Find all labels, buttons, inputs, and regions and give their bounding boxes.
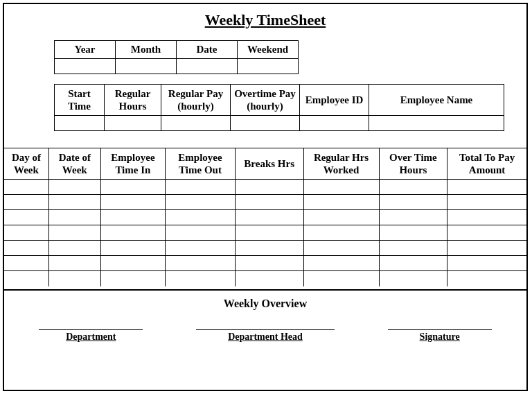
cell[interactable] xyxy=(447,241,526,256)
employee-info-table: Start Time Regular Hours Regular Pay (ho… xyxy=(54,84,504,131)
header-month: Month xyxy=(116,41,177,59)
cell[interactable] xyxy=(48,256,100,271)
cell[interactable] xyxy=(100,195,165,210)
cell[interactable] xyxy=(235,225,303,241)
cell[interactable] xyxy=(4,256,48,271)
cell[interactable] xyxy=(166,256,236,271)
cell[interactable] xyxy=(447,256,526,271)
header-employee-id: Employee ID xyxy=(300,85,369,116)
cell[interactable] xyxy=(166,195,236,210)
header-weekend: Weekend xyxy=(238,41,299,59)
header-year: Year xyxy=(55,41,116,59)
cell[interactable] xyxy=(48,241,100,256)
cell[interactable] xyxy=(379,256,447,271)
cell[interactable] xyxy=(48,225,100,241)
value-weekend[interactable] xyxy=(238,59,299,74)
col-breaks: Breaks Hrs xyxy=(235,148,303,180)
col-time-out: Employee Time Out xyxy=(166,148,236,180)
header-regular-pay: Regular Pay (hourly) xyxy=(161,85,231,116)
cell[interactable] xyxy=(379,271,447,286)
cell[interactable] xyxy=(447,210,526,225)
table-row xyxy=(4,241,526,256)
cell[interactable] xyxy=(48,195,100,210)
cell[interactable] xyxy=(100,271,165,286)
cell[interactable] xyxy=(447,195,526,210)
cell[interactable] xyxy=(100,225,165,241)
footer-section: Weekly Overview Department Department He… xyxy=(4,289,526,348)
header-regular-hours: Regular Hours xyxy=(105,85,161,116)
header-tables-section: Year Month Date Weekend Start Time Regul… xyxy=(4,40,526,131)
value-year[interactable] xyxy=(55,59,116,74)
cell[interactable] xyxy=(303,210,379,225)
cell[interactable] xyxy=(100,256,165,271)
cell[interactable] xyxy=(166,210,236,225)
cell[interactable] xyxy=(4,271,48,286)
value-employee-name[interactable] xyxy=(369,116,504,131)
cell[interactable] xyxy=(48,210,100,225)
timesheet-form: Weekly TimeSheet Year Month Date Weekend… xyxy=(3,3,528,391)
signature-department[interactable]: Department xyxy=(39,329,143,343)
value-date[interactable] xyxy=(177,59,238,74)
cell[interactable] xyxy=(379,241,447,256)
cell[interactable] xyxy=(4,195,48,210)
cell[interactable] xyxy=(379,180,447,195)
value-regular-pay[interactable] xyxy=(161,116,231,131)
table-row xyxy=(4,256,526,271)
header-start-time: Start Time xyxy=(55,85,105,116)
cell[interactable] xyxy=(235,271,303,286)
cell[interactable] xyxy=(166,180,236,195)
col-overtime: Over Time Hours xyxy=(379,148,447,180)
cell[interactable] xyxy=(447,180,526,195)
cell[interactable] xyxy=(166,225,236,241)
cell[interactable] xyxy=(303,271,379,286)
table-row xyxy=(4,225,526,241)
col-date-of-week: Date of Week xyxy=(48,148,100,180)
value-month[interactable] xyxy=(116,59,177,74)
signature-department-head[interactable]: Department Head xyxy=(196,329,335,343)
cell[interactable] xyxy=(303,180,379,195)
page-title: Weekly TimeSheet xyxy=(4,4,526,40)
cell[interactable] xyxy=(303,256,379,271)
cell[interactable] xyxy=(303,195,379,210)
col-regular-worked: Regular Hrs Worked xyxy=(303,148,379,180)
value-overtime-pay[interactable] xyxy=(231,116,300,131)
cell[interactable] xyxy=(235,256,303,271)
cell[interactable] xyxy=(379,195,447,210)
header-date: Date xyxy=(177,41,238,59)
cell[interactable] xyxy=(100,241,165,256)
cell[interactable] xyxy=(48,271,100,286)
cell[interactable] xyxy=(48,180,100,195)
value-start-time[interactable] xyxy=(55,116,105,131)
col-day-of-week: Day of Week xyxy=(4,148,48,180)
date-table: Year Month Date Weekend xyxy=(54,40,299,74)
cell[interactable] xyxy=(303,225,379,241)
table-row xyxy=(4,180,526,195)
cell[interactable] xyxy=(235,180,303,195)
col-time-in: Employee Time In xyxy=(100,148,165,180)
cell[interactable] xyxy=(4,225,48,241)
cell[interactable] xyxy=(166,241,236,256)
cell[interactable] xyxy=(235,210,303,225)
value-regular-hours[interactable] xyxy=(105,116,161,131)
table-row xyxy=(4,210,526,225)
cell[interactable] xyxy=(100,210,165,225)
weekly-overview-label: Weekly Overview xyxy=(4,298,526,329)
signature-signature[interactable]: Signature xyxy=(388,329,492,343)
value-employee-id[interactable] xyxy=(300,116,369,131)
cell[interactable] xyxy=(4,241,48,256)
table-row xyxy=(4,271,526,286)
cell[interactable] xyxy=(4,210,48,225)
cell[interactable] xyxy=(379,225,447,241)
header-employee-name: Employee Name xyxy=(369,85,504,116)
time-log-table: Day of Week Date of Week Employee Time I… xyxy=(4,148,526,286)
cell[interactable] xyxy=(235,241,303,256)
table-row xyxy=(4,195,526,210)
cell[interactable] xyxy=(100,180,165,195)
cell[interactable] xyxy=(303,241,379,256)
cell[interactable] xyxy=(447,271,526,286)
cell[interactable] xyxy=(4,180,48,195)
cell[interactable] xyxy=(379,210,447,225)
cell[interactable] xyxy=(166,271,236,286)
cell[interactable] xyxy=(447,225,526,241)
cell[interactable] xyxy=(235,195,303,210)
